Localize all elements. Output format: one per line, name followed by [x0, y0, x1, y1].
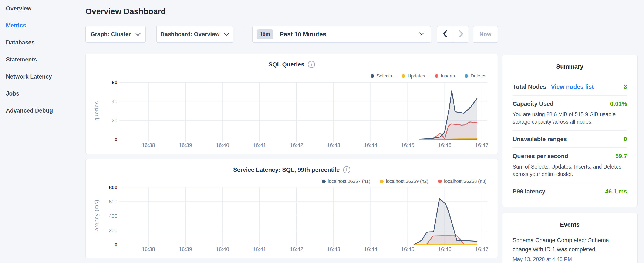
- legend-dot-icon: [435, 74, 438, 78]
- svg-text:16:47: 16:47: [475, 142, 488, 148]
- svg-text:400: 400: [109, 213, 117, 219]
- chevron-down-icon: [419, 32, 424, 36]
- qps-label: Queries per second: [512, 153, 568, 160]
- summary-row-qps: Queries per second 59.7 Sum of Selects, …: [512, 148, 627, 183]
- svg-text:16:43: 16:43: [327, 142, 340, 148]
- time-step-buttons: [437, 26, 469, 43]
- graph-dropdown-label: Graph: Cluster: [90, 31, 131, 38]
- sidebar-item-overview[interactable]: Overview: [0, 0, 86, 17]
- info-icon[interactable]: i: [343, 166, 350, 173]
- svg-text:60: 60: [112, 80, 117, 85]
- legend-item: localhost:26257 (n1): [322, 178, 370, 184]
- svg-text:200: 200: [109, 227, 117, 233]
- svg-text:16:39: 16:39: [179, 246, 192, 252]
- summary-panel: Summary Total Nodes View nodes list 3 Ca…: [502, 55, 638, 207]
- unavailable-ranges-value: 0: [624, 136, 627, 143]
- svg-text:600: 600: [109, 199, 117, 204]
- total-nodes-value: 3: [624, 83, 627, 90]
- event-text: Schema Change Completed: Schema change w…: [512, 236, 627, 254]
- svg-text:16:45: 16:45: [401, 142, 414, 148]
- event-item: Schema Change Completed: Schema change w…: [512, 236, 627, 262]
- graph-dropdown[interactable]: Graph: Cluster: [86, 26, 146, 43]
- svg-text:20: 20: [112, 118, 117, 123]
- chart-plot: 020040060080016:3816:3916:4016:4116:4216…: [86, 159, 498, 258]
- svg-text:queries: queries: [94, 101, 99, 121]
- svg-text:800: 800: [109, 184, 117, 190]
- sql-queries-chart-card: SQL Queries i SelectsUpdatesInsertsDelet…: [86, 54, 498, 154]
- legend-item: Deletes: [464, 73, 486, 79]
- dashboard-dropdown-label: Dashboard: Overview: [160, 31, 220, 38]
- controls-bar: Graph: Cluster Dashboard: Overview 10m P…: [86, 26, 498, 43]
- svg-text:16:47: 16:47: [475, 246, 488, 252]
- chevron-down-icon: [224, 31, 229, 38]
- time-step-back-button[interactable]: [437, 26, 453, 42]
- svg-text:16:39: 16:39: [179, 142, 192, 148]
- svg-text:16:44: 16:44: [364, 246, 378, 252]
- now-button[interactable]: Now: [473, 26, 498, 43]
- time-range-picker[interactable]: 10m Past 10 Minutes: [252, 26, 431, 43]
- svg-text:0: 0: [114, 242, 117, 247]
- svg-text:16:44: 16:44: [364, 142, 378, 148]
- info-icon[interactable]: i: [308, 61, 315, 68]
- svg-text:16:42: 16:42: [290, 246, 303, 252]
- sidebar-item-network-latency[interactable]: Network Latency: [0, 68, 86, 85]
- legend-item: localhost:26259 (n2): [380, 178, 428, 184]
- service-latency-chart-card: Service Latency: SQL, 99th percentile i …: [86, 159, 498, 258]
- svg-text:0: 0: [114, 137, 117, 142]
- controls-divider: [244, 26, 245, 43]
- unavailable-ranges-label: Unavailable ranges: [512, 136, 567, 143]
- legend-dot-icon: [322, 180, 326, 183]
- summary-row-unavailable-ranges: Unavailable ranges 0: [512, 131, 627, 148]
- legend-label: Selects: [376, 73, 392, 79]
- legend-dot-icon: [438, 180, 442, 183]
- svg-text:40: 40: [112, 99, 117, 104]
- legend-item: localhost:26258 (n3): [438, 178, 486, 184]
- sidebar-item-statements[interactable]: Statements: [0, 51, 86, 68]
- svg-text:16:38: 16:38: [142, 142, 155, 148]
- chart-title: Service Latency: SQL, 99th percentile: [233, 166, 340, 173]
- svg-text:latency (ms): latency (ms): [94, 199, 99, 232]
- legend-dot-icon: [464, 74, 468, 78]
- svg-text:16:46: 16:46: [438, 246, 451, 252]
- sidebar-item-databases[interactable]: Databases: [0, 34, 86, 51]
- summary-row-p99: P99 latency 46.1 ms: [512, 183, 627, 200]
- chart-title: SQL Queries: [268, 61, 304, 68]
- qps-subtext: Sum of Selects, Updates, Inserts, and De…: [512, 163, 627, 178]
- legend-item: Updates: [402, 73, 425, 79]
- view-nodes-list-link[interactable]: View nodes list: [551, 83, 594, 90]
- page-title: Overview Dashboard: [86, 7, 498, 16]
- svg-text:16:38: 16:38: [142, 246, 155, 252]
- capacity-used-value: 0.01%: [610, 100, 627, 107]
- svg-text:16:40: 16:40: [216, 246, 229, 252]
- legend-label: Updates: [408, 73, 425, 79]
- time-step-forward-button[interactable]: [453, 26, 469, 42]
- summary-row-total-nodes: Total Nodes View nodes list 3: [512, 79, 627, 96]
- legend-item: Inserts: [435, 73, 455, 79]
- sidebar-item-jobs[interactable]: Jobs: [0, 85, 86, 102]
- sidebar-item-advanced-debug[interactable]: Advanced Debug: [0, 102, 86, 119]
- total-nodes-label: Total Nodes: [512, 83, 546, 90]
- sidebar-item-metrics[interactable]: Metrics: [0, 17, 86, 34]
- time-range-badge: 10m: [256, 29, 273, 39]
- events-title: Events: [502, 221, 637, 228]
- svg-text:16:40: 16:40: [216, 142, 229, 148]
- legend-label: Deletes: [470, 73, 486, 79]
- legend-label: Inserts: [441, 73, 455, 79]
- legend-label: localhost:26257 (n1): [328, 178, 370, 184]
- qps-value: 59.7: [616, 153, 627, 160]
- capacity-used-label: Capacity Used: [512, 100, 554, 107]
- svg-text:16:41: 16:41: [253, 142, 266, 148]
- legend-dot-icon: [380, 180, 384, 183]
- legend-label: localhost:26259 (n2): [386, 178, 428, 184]
- legend-label: localhost:26258 (n3): [444, 178, 486, 184]
- event-timestamp: May 13, 2020 at 4:45 PM: [512, 256, 627, 262]
- events-panel: Events Schema Change Completed: Schema c…: [502, 213, 638, 263]
- dashboard-dropdown[interactable]: Dashboard: Overview: [156, 26, 234, 43]
- sidebar: OverviewMetricsDatabasesStatementsNetwor…: [0, 0, 86, 263]
- chevron-right-icon: [459, 30, 464, 39]
- time-range-label: Past 10 Minutes: [280, 31, 419, 38]
- events-list: Schema Change Completed: Schema change w…: [512, 236, 627, 262]
- summary-title: Summary: [502, 63, 637, 70]
- chart-plot: 020406016:3816:3916:4016:4116:4216:4316:…: [86, 54, 498, 154]
- svg-text:16:42: 16:42: [290, 142, 303, 148]
